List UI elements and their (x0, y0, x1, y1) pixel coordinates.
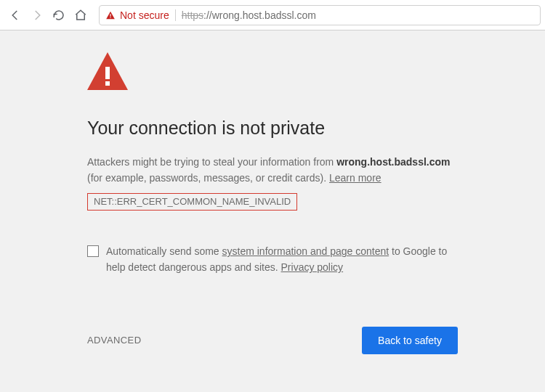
url-host: wrong.host.badssl.com (212, 9, 316, 21)
forward-button[interactable] (28, 6, 47, 25)
page-url: https://wrong.host.badssl.com (182, 9, 316, 21)
url-sep: :// (203, 9, 212, 21)
browser-toolbar: Not secure https://wrong.host.badssl.com (0, 0, 545, 30)
warning-triangle-icon (87, 52, 465, 93)
security-warning-icon (105, 10, 116, 20)
warning-text-post: (for example, passwords, messages, or cr… (87, 172, 329, 184)
page-title: Your connection is not private (87, 118, 465, 139)
opt-text-pre: Automatically send some (106, 245, 222, 257)
security-status-label: Not secure (120, 9, 169, 21)
svg-rect-3 (105, 81, 110, 86)
privacy-policy-link[interactable]: Privacy policy (281, 261, 344, 273)
reporting-opt-in: Automatically send some system informati… (87, 244, 458, 275)
ssl-error-page: Your connection is not private Attackers… (0, 30, 465, 354)
reload-button[interactable] (49, 6, 68, 25)
warning-text-pre: Attackers might be trying to steal your … (87, 156, 336, 168)
address-bar[interactable]: Not secure https://wrong.host.badssl.com (99, 5, 541, 25)
learn-more-link[interactable]: Learn more (329, 172, 382, 184)
omnibox-separator (175, 9, 176, 21)
reporting-checkbox[interactable] (87, 245, 99, 257)
svg-rect-0 (110, 14, 110, 17)
svg-rect-1 (110, 17, 110, 17)
home-button[interactable] (71, 6, 90, 25)
advanced-button[interactable]: ADVANCED (87, 335, 141, 346)
action-row: ADVANCED Back to safety (87, 327, 458, 354)
warning-paragraph: Attackers might be trying to steal your … (87, 155, 458, 186)
system-info-link[interactable]: system information and page content (222, 245, 389, 257)
back-to-safety-button[interactable]: Back to safety (362, 327, 458, 354)
back-button[interactable] (6, 6, 25, 25)
svg-rect-2 (105, 67, 110, 79)
error-code: NET::ERR_CERT_COMMON_NAME_INVALID (87, 193, 297, 211)
url-protocol: https (182, 9, 203, 21)
warning-hostname: wrong.host.badssl.com (336, 156, 450, 168)
reporting-text: Automatically send some system informati… (106, 244, 458, 275)
